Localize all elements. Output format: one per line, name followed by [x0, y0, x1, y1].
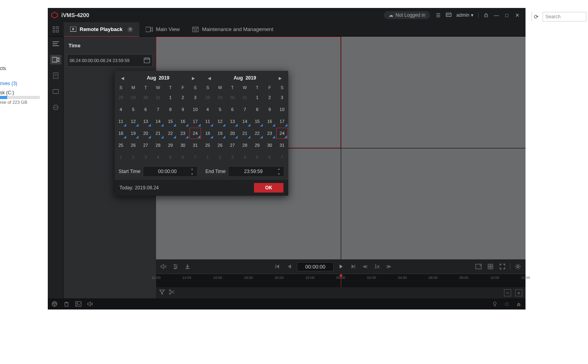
calendar-day[interactable]: 2: [127, 152, 139, 163]
scissors-icon[interactable]: [169, 289, 175, 296]
calendar-day[interactable]: 27: [140, 140, 151, 151]
user-menu[interactable]: admin▾: [456, 12, 473, 18]
collapse-icon[interactable]: [515, 300, 522, 308]
alert-icon[interactable]: [51, 300, 58, 308]
calendar-day[interactable]: 13: [227, 116, 238, 127]
settings-sliders-icon[interactable]: [171, 262, 180, 271]
calendar-day[interactable]: 6: [177, 152, 189, 163]
calendar-day[interactable]: 5: [165, 152, 176, 163]
calendar-day[interactable]: 3: [227, 152, 238, 163]
lock-icon[interactable]: [482, 11, 490, 19]
calendar-day[interactable]: 9: [177, 104, 189, 115]
maximize-icon[interactable]: □: [503, 11, 511, 19]
minimize-icon[interactable]: —: [492, 11, 500, 19]
calendar-day[interactable]: 7: [239, 104, 250, 115]
calendar-day[interactable]: 31: [276, 140, 288, 151]
calendar-day[interactable]: 10: [276, 104, 288, 115]
calendar-day[interactable]: 9: [264, 104, 275, 115]
calendar-day[interactable]: 2: [177, 92, 189, 103]
calendar-day[interactable]: 26: [127, 140, 139, 151]
calendar-day[interactable]: 29: [252, 140, 263, 151]
calendar-day[interactable]: 11: [115, 116, 127, 127]
calendar-day[interactable]: 16: [264, 116, 275, 127]
calendar-day[interactable]: 12: [127, 116, 139, 127]
calendar-day[interactable]: 3: [189, 92, 201, 103]
calendar-day[interactable]: 21: [239, 128, 250, 139]
calendar-day[interactable]: 8: [252, 104, 263, 115]
calendar-day[interactable]: 10: [189, 104, 201, 115]
fullscreen-icon[interactable]: [498, 262, 507, 271]
calendar-day[interactable]: 2: [214, 152, 226, 163]
explorer-search-input[interactable]: Search: [543, 12, 586, 21]
filter-icon[interactable]: [159, 289, 165, 296]
reverse-play-icon[interactable]: [285, 262, 294, 271]
gear-icon[interactable]: [514, 262, 522, 271]
zoom-out-button[interactable]: −: [504, 289, 511, 296]
prev-month-icon[interactable]: ◀: [205, 74, 213, 82]
calendar-day[interactable]: 4: [115, 104, 127, 115]
download-icon[interactable]: [183, 262, 192, 271]
calendar-day[interactable]: 26: [214, 140, 226, 151]
calendar-day[interactable]: 4: [152, 152, 164, 163]
next-month-icon[interactable]: ▶: [276, 74, 284, 82]
calendar-day[interactable]: 20: [227, 128, 238, 139]
mute-icon[interactable]: [159, 262, 168, 271]
ok-button[interactable]: OK: [254, 183, 283, 193]
calendar-day[interactable]: 21: [152, 128, 164, 139]
tab-close-icon[interactable]: ✕: [127, 27, 133, 32]
calendar-day[interactable]: 31: [189, 140, 201, 151]
spin-up-icon[interactable]: ▲: [277, 167, 282, 170]
calendar-day[interactable]: 18: [202, 128, 213, 139]
calendar-day[interactable]: 28: [239, 140, 250, 151]
step-back-icon[interactable]: [273, 262, 282, 271]
calendar-day[interactable]: 1: [115, 152, 127, 163]
calendar-day[interactable]: 4: [239, 152, 250, 163]
calendar-day[interactable]: 8: [165, 104, 176, 115]
calendar-day[interactable]: 16: [177, 116, 189, 127]
calendar-day[interactable]: 25: [115, 140, 127, 151]
calendar-day[interactable]: 7: [189, 152, 201, 163]
calendar-day[interactable]: 14: [239, 116, 250, 127]
prev-month-icon[interactable]: ◀: [119, 74, 127, 82]
calendar-day[interactable]: 7: [276, 152, 288, 163]
calendar-day[interactable]: 31: [239, 92, 250, 103]
slower-icon[interactable]: ≪: [361, 262, 369, 271]
explorer-drives[interactable]: rives (3): [0, 81, 17, 86]
calendar-day[interactable]: 30: [177, 140, 189, 151]
calendar-day[interactable]: 7: [152, 104, 164, 115]
calendar-day[interactable]: 30: [140, 92, 151, 103]
apps-grid-icon[interactable]: [48, 22, 64, 37]
calendar-day[interactable]: 23: [264, 128, 275, 139]
calendar-day[interactable]: 5: [252, 152, 263, 163]
monitor-icon[interactable]: [445, 11, 453, 19]
calendar-day[interactable]: 24: [276, 128, 288, 139]
start-time-input[interactable]: 00:00:00 ▲▼: [143, 166, 197, 177]
calendar-day[interactable]: 13: [140, 116, 151, 127]
calendar-day[interactable]: 1: [252, 92, 263, 103]
zoom-in-button[interactable]: +: [515, 289, 522, 296]
calendar-day[interactable]: 15: [252, 116, 263, 127]
calendar-day[interactable]: 29: [214, 92, 226, 103]
calendar-day[interactable]: 12: [214, 116, 226, 127]
calendar-day[interactable]: 6: [227, 104, 238, 115]
calendar-day[interactable]: 24: [189, 128, 201, 139]
side-device-icon[interactable]: [50, 87, 61, 96]
calendar-day[interactable]: 19: [127, 128, 139, 139]
calendar-day[interactable]: 22: [165, 128, 176, 139]
calendar-day[interactable]: 22: [252, 128, 263, 139]
window-icon[interactable]: □: [503, 300, 510, 308]
snapshot-icon[interactable]: [474, 262, 483, 271]
calendar-day[interactable]: 14: [152, 116, 164, 127]
video-cell-4[interactable]: [341, 148, 526, 260]
calendar-day[interactable]: 30: [264, 140, 275, 151]
calendar-day[interactable]: 29: [165, 140, 176, 151]
calendar-day[interactable]: 20: [140, 128, 151, 139]
calendar-day[interactable]: 2: [264, 92, 275, 103]
calendar-day[interactable]: 3: [276, 92, 288, 103]
calendar-day[interactable]: 19: [214, 128, 226, 139]
pin-icon[interactable]: [491, 300, 498, 308]
side-hamburger-icon[interactable]: [50, 39, 61, 49]
side-camera-icon[interactable]: [50, 55, 61, 64]
calendar-day[interactable]: 18: [115, 128, 127, 139]
tab-remote-playback[interactable]: Remote Playback ✕: [64, 22, 139, 37]
